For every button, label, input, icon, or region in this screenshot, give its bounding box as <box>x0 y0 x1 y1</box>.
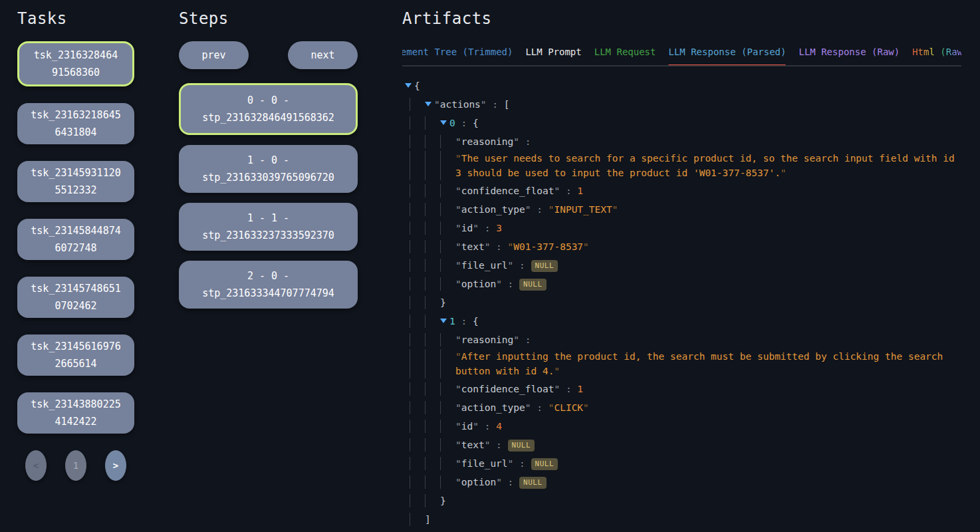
json-punctuation: } <box>440 495 446 506</box>
collapse-arrow-icon[interactable] <box>440 319 447 323</box>
prev-step-button[interactable]: prev <box>179 41 249 69</box>
json-key: file_url <box>461 260 508 271</box>
indent-guide <box>410 296 425 309</box>
indent-guide <box>425 457 440 470</box>
indent-guide <box>440 382 455 396</box>
json-key: id <box>461 421 473 432</box>
json-string-value: "After inputting the product id, the sea… <box>455 351 943 376</box>
indent-guide <box>410 240 425 253</box>
task-button[interactable]: tsk_231459311205512332 <box>17 161 134 202</box>
json-quote: " <box>473 421 479 432</box>
indent-guide <box>425 494 440 507</box>
json-punctuation: [ <box>504 99 510 110</box>
json-quote: " <box>508 260 514 271</box>
app-root: Tasks tsk_231632846491568360tsk_23163218… <box>0 0 980 532</box>
json-row-content: "reasoning" : <box>455 333 531 346</box>
json-row: "After inputting the product id, the sea… <box>402 349 961 380</box>
indent-guide <box>410 475 425 489</box>
json-number-value: 4 <box>496 421 502 432</box>
json-quote: " <box>525 204 531 215</box>
json-colon: : <box>560 186 577 196</box>
json-row: 1 : { <box>402 312 961 331</box>
tasks-heading: Tasks <box>17 9 134 28</box>
task-button[interactable]: tsk_231456169762665614 <box>17 334 134 376</box>
json-quote: " <box>549 204 554 215</box>
indent-guide <box>410 494 425 507</box>
indent-guide <box>410 98 425 111</box>
json-key: confidence_float <box>461 186 554 196</box>
indent-guide <box>440 221 455 235</box>
page-number-button[interactable]: 1 <box>65 450 86 481</box>
task-button[interactable]: tsk_231438802254142422 <box>17 392 134 434</box>
indent-guide <box>440 333 455 346</box>
indent-guide <box>410 151 425 180</box>
json-row: "confidence_float" : 1 <box>402 380 961 398</box>
json-string-value: "W01-377-8537" <box>508 241 589 252</box>
json-quote: " <box>455 384 461 394</box>
json-row-content: "text" : "W01-377-8537" <box>455 240 589 253</box>
json-row: "The user needs to search for a specific… <box>402 151 961 182</box>
artifacts-tab[interactable]: Html (Raw) <box>912 44 961 65</box>
next-page-button[interactable]: > <box>105 450 126 481</box>
json-row-content: } <box>440 494 446 507</box>
json-row-content: 1 : { <box>449 315 479 328</box>
tasks-panel: Tasks tsk_231632846491568360tsk_23163218… <box>17 9 134 532</box>
json-quote: " <box>455 279 461 289</box>
artifacts-tab[interactable]: LLM Response (Parsed) <box>668 44 786 65</box>
json-key: actions <box>440 99 481 110</box>
indent-guide <box>440 457 455 470</box>
indent-guide <box>410 438 425 452</box>
json-quote: " <box>455 153 461 164</box>
artifacts-tab[interactable]: LLM Request <box>594 44 656 65</box>
step-button[interactable]: 0 - 0 - stp_231632846491568362 <box>179 83 358 135</box>
indent-guide <box>440 349 455 378</box>
json-key: action_type <box>461 402 525 413</box>
collapse-arrow-icon[interactable] <box>405 83 412 88</box>
json-null-badge: NULL <box>519 279 547 291</box>
artifacts-tab[interactable]: LLM Prompt <box>525 44 581 65</box>
json-quote: " <box>583 241 589 252</box>
prev-page-button[interactable]: < <box>25 450 47 481</box>
indent-guide <box>440 475 455 489</box>
json-row: "action_type" : "INPUT_TEXT" <box>402 200 961 219</box>
step-button[interactable]: 2 - 0 - stp_231633344707774794 <box>179 261 358 309</box>
indent-guide <box>410 401 425 414</box>
json-punctuation: { <box>473 118 479 128</box>
json-colon: : <box>490 440 507 450</box>
task-button[interactable]: tsk_231457486510702462 <box>17 277 134 318</box>
indent-guide <box>440 184 455 198</box>
collapse-arrow-icon[interactable] <box>440 120 447 125</box>
indent-guide <box>425 401 440 414</box>
indent-guide <box>425 438 440 452</box>
next-step-button[interactable]: next <box>288 41 358 69</box>
artifacts-tab[interactable]: LLM Response (Raw) <box>798 44 900 65</box>
collapse-arrow-icon[interactable] <box>425 102 431 106</box>
json-row: { <box>402 76 961 95</box>
json-colon: : <box>479 223 496 233</box>
json-tree-viewer: {"actions" : [0 : {"reasoning" : "The us… <box>402 76 961 532</box>
step-button[interactable]: 1 - 0 - stp_231633039765096720 <box>179 145 358 193</box>
indent-guide <box>440 277 455 291</box>
task-button[interactable]: tsk_231632186456431804 <box>17 103 134 144</box>
json-key: reasoning <box>461 334 514 345</box>
artifacts-tab[interactable]: Element Tree (Trimmed) <box>402 44 513 65</box>
task-button[interactable]: tsk_231458448746072748 <box>17 219 134 260</box>
json-quote: " <box>455 204 461 215</box>
indent-guide <box>410 382 425 396</box>
indent-guide <box>410 184 425 198</box>
json-key: text <box>461 241 485 252</box>
json-punctuation: { <box>473 316 479 327</box>
json-quote: " <box>473 223 479 233</box>
json-row: "id" : 3 <box>402 219 961 237</box>
indent-guide <box>410 315 425 328</box>
json-row-content: "option" : NULL <box>455 277 547 291</box>
step-button[interactable]: 1 - 1 - stp_231633237333592370 <box>179 203 358 251</box>
json-row-content: "text" : NULL <box>455 438 535 452</box>
json-row: "option" : NULL <box>402 473 961 491</box>
task-button[interactable]: tsk_231632846491568360 <box>17 41 134 86</box>
indent-guide <box>410 259 425 272</box>
json-row-content: ] <box>425 513 431 526</box>
json-row: } <box>402 491 961 510</box>
json-colon: : <box>560 384 577 394</box>
json-quote: " <box>554 384 560 394</box>
